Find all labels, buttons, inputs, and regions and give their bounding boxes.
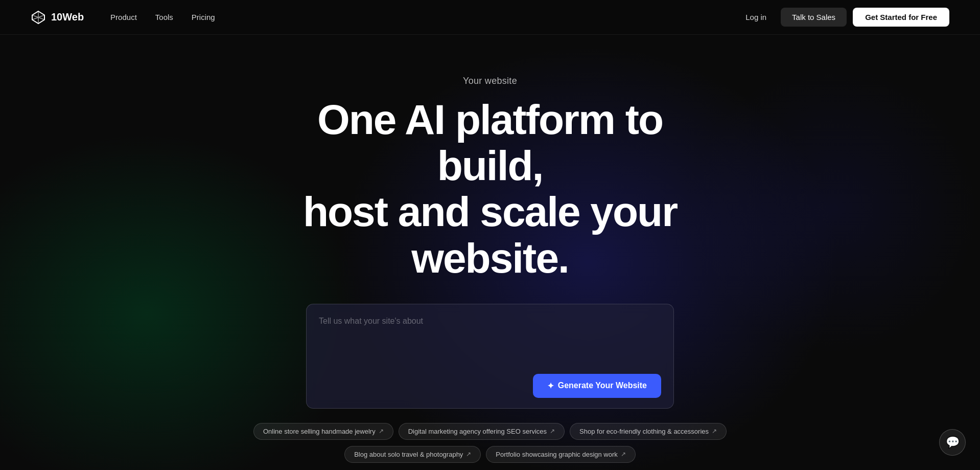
chip-jewelry-arrow: ↗ — [379, 428, 384, 435]
chip-seo[interactable]: Digital marketing agency offering SEO se… — [399, 423, 565, 440]
suggestion-chips: Online store selling handmade jewelry ↗ … — [253, 423, 727, 463]
nav-left: 10Web Product Tools Pricing — [31, 9, 223, 26]
chip-portfolio[interactable]: Portfolio showcasing graphic design work… — [486, 446, 635, 463]
logo-icon — [31, 10, 46, 25]
nav-link-product[interactable]: Product — [102, 9, 145, 26]
nav-links: Product Tools Pricing — [102, 9, 223, 26]
site-description-textarea[interactable] — [319, 317, 661, 368]
chip-blog[interactable]: Blog about solo travel & photography ↗ — [344, 446, 481, 463]
sparkle-icon: ✦ — [547, 381, 554, 391]
navbar: 10Web Product Tools Pricing Log in Talk … — [0, 0, 980, 35]
chip-portfolio-text: Portfolio showcasing graphic design work — [496, 451, 617, 458]
nav-link-pricing[interactable]: Pricing — [183, 9, 223, 26]
chips-row-1: Online store selling handmade jewelry ↗ … — [253, 423, 727, 440]
chip-blog-arrow: ↗ — [466, 451, 471, 458]
chip-clothing-text: Shop for eco-friendly clothing & accesso… — [579, 428, 709, 435]
hero-title-line2: host and scale your website. — [303, 188, 677, 281]
chip-seo-text: Digital marketing agency offering SEO se… — [408, 428, 547, 435]
generate-button-label: Generate Your Website — [558, 381, 647, 390]
hero-section: Your website One AI platform to build, h… — [0, 35, 980, 470]
get-started-button[interactable]: Get Started for Free — [853, 8, 949, 27]
chip-jewelry-text: Online store selling handmade jewelry — [263, 428, 376, 435]
chat-button[interactable]: 💬 — [939, 429, 966, 456]
login-button[interactable]: Log in — [737, 9, 775, 26]
chip-jewelry[interactable]: Online store selling handmade jewelry ↗ — [253, 423, 393, 440]
chip-blog-text: Blog about solo travel & photography — [354, 451, 463, 458]
logo[interactable]: 10Web — [31, 10, 84, 25]
nav-right: Log in Talk to Sales Get Started for Fre… — [737, 8, 949, 27]
chip-clothing-arrow: ↗ — [712, 428, 717, 435]
talk-to-sales-button[interactable]: Talk to Sales — [781, 8, 847, 27]
hero-subtitle: Your website — [463, 76, 517, 86]
chips-row-2: Blog about solo travel & photography ↗ P… — [344, 446, 636, 463]
site-description-box: ✦ Generate Your Website — [306, 304, 674, 409]
logo-text: 10Web — [51, 11, 84, 23]
chip-portfolio-arrow: ↗ — [621, 451, 626, 458]
chip-seo-arrow: ↗ — [550, 428, 555, 435]
generate-website-button[interactable]: ✦ Generate Your Website — [533, 374, 661, 398]
nav-link-tools[interactable]: Tools — [147, 9, 181, 26]
chip-clothing[interactable]: Shop for eco-friendly clothing & accesso… — [570, 423, 727, 440]
hero-title-line1: One AI platform to build, — [317, 96, 663, 189]
hero-title: One AI platform to build, host and scale… — [260, 97, 720, 281]
chat-icon: 💬 — [946, 436, 960, 449]
